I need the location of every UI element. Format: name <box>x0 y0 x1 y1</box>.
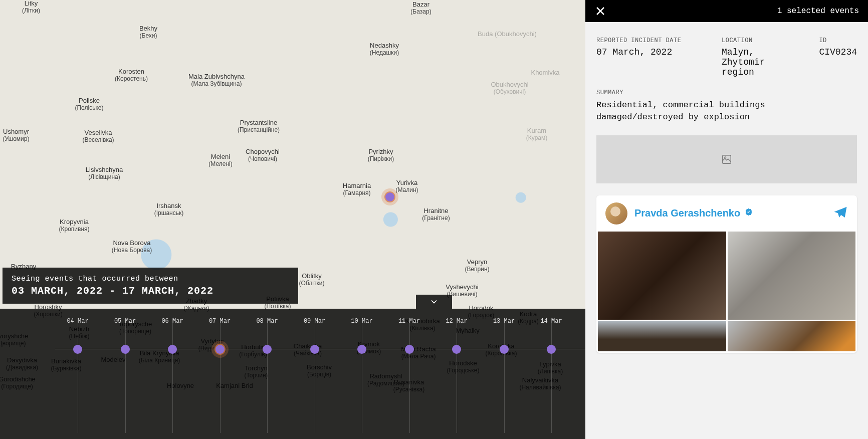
source-image[interactable] <box>598 232 726 320</box>
source-name[interactable]: Pravda Gerashchenko <box>634 207 753 219</box>
source-images-grid <box>596 232 857 353</box>
timeline-collapse-button[interactable] <box>416 295 452 309</box>
timeline-tick <box>172 318 173 433</box>
location-value: Malyn, Zhytomir region <box>722 47 799 77</box>
id-value: CIV0234 <box>819 47 857 57</box>
date-range-value: 03 MARCH, 2022 - 17 MARCH, 2022 <box>12 285 289 297</box>
timeline-tick <box>409 318 410 433</box>
map-place-label: Prystantsiine(Пристанційне) <box>238 119 280 134</box>
map-place-label: Yurivka(Малин) <box>395 179 418 194</box>
timeline-event-dot[interactable] <box>310 345 319 354</box>
map-place-label: Buda (Obukhovychi) <box>478 31 537 38</box>
source-name-text: Pravda Gerashchenko <box>634 207 740 219</box>
map-place-label: Nova Borova(Нова Борова) <box>112 240 152 254</box>
timeline-tick-label: 14 Mar <box>540 318 562 325</box>
timeline-tick-label: 09 Mar <box>304 318 325 325</box>
map-place-label: Mala Zubivshchyna(Мала Зубівщина) <box>188 73 245 88</box>
map-place-label: Kuram(Курам) <box>526 127 547 142</box>
timeline-tick <box>267 318 268 433</box>
timeline-tick <box>362 318 362 433</box>
timeline-tick <box>457 318 457 433</box>
id-label: ID <box>819 37 857 44</box>
map-place-label: Chopovychi(Чоповичі) <box>246 148 280 163</box>
source-image[interactable] <box>728 321 856 351</box>
telegram-source-card[interactable]: Pravda Gerashchenko <box>596 195 857 353</box>
date-range-intro: Seeing events that occurred between <box>12 275 289 283</box>
timeline-tick <box>315 318 315 433</box>
verified-badge-icon <box>744 207 753 219</box>
timeline-tick <box>551 318 552 433</box>
summary-label: SUMMARY <box>596 89 857 96</box>
source-image[interactable] <box>598 321 726 351</box>
timeline-event-dot[interactable] <box>215 345 225 354</box>
timeline-tick-label: 05 Mar <box>114 318 136 325</box>
timeline-tick-label: 11 Mar <box>398 318 420 325</box>
timeline-event-dot[interactable] <box>168 345 177 354</box>
timeline-event-dot[interactable] <box>263 345 272 354</box>
timeline-tick <box>125 318 126 433</box>
map-place-label: Meleni(Мелені) <box>208 153 232 168</box>
map-place-label: Korosten(Коростень) <box>115 68 148 83</box>
map-place-label: Nedashky(Недашки) <box>370 42 399 57</box>
map-place-label: Oblitky(Облітки) <box>299 273 325 287</box>
media-placeholder <box>596 135 857 183</box>
map-place-label: Ushomyr(Ушомир) <box>3 128 29 143</box>
date-range-overlay: Seeing events that occurred between 03 M… <box>3 268 298 304</box>
map-place-label: Pyrizhky(Пиріжки) <box>368 148 394 163</box>
close-sidebar-button[interactable] <box>594 5 606 17</box>
timeline-event-dot[interactable] <box>500 345 509 354</box>
map-place-label: Veselivka(Веселівка) <box>82 129 114 144</box>
telegram-plane-icon <box>833 205 848 222</box>
sidebar-header: 1 selected events <box>585 0 868 22</box>
svg-point-3 <box>725 157 726 158</box>
timeline-tick-label: 08 Mar <box>256 318 278 325</box>
location-label: LOCATION <box>722 37 799 44</box>
timeline-tick-label: 04 Mar <box>67 318 88 325</box>
map-place-label: Kropyvnia(Кропивня) <box>59 218 89 233</box>
summary-value: Residential, commercial buildings damage… <box>596 99 857 123</box>
timeline-tick-label: 10 Mar <box>351 318 372 325</box>
source-image[interactable] <box>728 232 856 320</box>
timeline-event-dot[interactable] <box>547 345 556 354</box>
source-avatar <box>605 202 627 225</box>
map-place-label: Obukhovychi(Обуховичі) <box>491 81 528 96</box>
timeline-tick <box>78 318 78 433</box>
incident-date-label: REPORTED INCIDENT DATE <box>596 37 702 44</box>
map-place-label: Hranitne(Гранітне) <box>422 207 450 222</box>
map-place-label: Irshansk(Іршанськ) <box>154 202 183 217</box>
timeline-tick-label: 06 Mar <box>161 318 183 325</box>
incident-date-value: 07 March, 2022 <box>596 47 702 57</box>
map-place-label: Bazar(Базар) <box>410 1 431 16</box>
timeline-event-dot[interactable] <box>357 345 366 354</box>
timeline-tick-label: 13 Mar <box>493 318 515 325</box>
timeline-event-dot[interactable] <box>405 345 414 354</box>
sidebar-body: REPORTED INCIDENT DATE 07 March, 2022 LO… <box>585 22 868 439</box>
timeline-event-dot[interactable] <box>73 345 82 354</box>
map-place-label: Hamarnia(Гамарня) <box>343 182 371 197</box>
close-icon <box>594 5 606 17</box>
timeline-tick-label: 12 Mar <box>446 318 467 325</box>
selected-events-count: 1 selected events <box>777 7 859 16</box>
map-place-label: Poliske(Поліське) <box>75 97 103 112</box>
map-place-label: Bekhy(Бехи) <box>139 25 157 40</box>
map-place-label: Khomivka <box>531 69 559 77</box>
timeline-tick <box>220 318 221 433</box>
map-event-marker-selected[interactable] <box>385 192 394 201</box>
map-place-label: Vepryn(Веприн) <box>465 259 489 273</box>
map-place-label: Litky(Літки) <box>22 0 40 14</box>
timeline-event-dot[interactable] <box>121 345 130 354</box>
event-sidebar: 1 selected events REPORTED INCIDENT DATE… <box>585 0 868 439</box>
chevron-down-icon <box>429 297 439 307</box>
broken-image-icon <box>721 154 732 165</box>
timeline-tick <box>504 318 505 433</box>
timeline-event-dot[interactable] <box>452 345 461 354</box>
map-place-label: Lisivshchyna(Лісівщина) <box>86 166 123 181</box>
timeline-tick-label: 07 Mar <box>209 318 231 325</box>
